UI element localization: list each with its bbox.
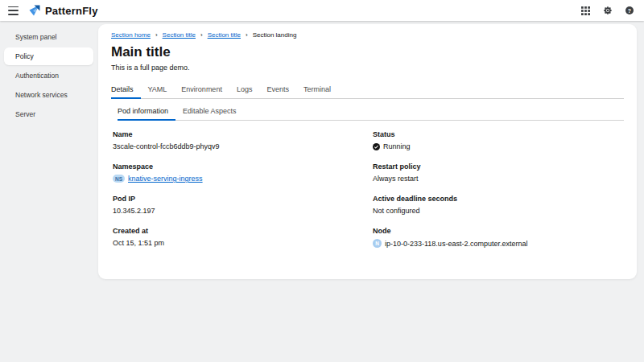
chevron-right-icon: › <box>200 32 203 39</box>
sidebar-item-system-panel[interactable]: System panel <box>4 28 93 46</box>
field-name: Name 3scale-control-fccb6ddb9-phyqv9 <box>113 130 373 150</box>
breadcrumb: Section home › Section title › Section t… <box>111 31 624 39</box>
field-label: Pod IP <box>113 195 373 203</box>
field-value: Always restart <box>373 175 624 183</box>
primary-tabs: Details YAML Environment Logs Events Ter… <box>111 82 624 99</box>
gear-icon[interactable] <box>602 6 613 16</box>
field-value: Oct 15, 1:51 pm <box>113 239 373 247</box>
field-label: Status <box>373 130 624 138</box>
tab-yaml[interactable]: YAML <box>141 82 175 98</box>
hamburger-menu-icon[interactable] <box>8 6 19 15</box>
sidebar-item-server[interactable]: Server <box>4 105 93 123</box>
chevron-right-icon: › <box>246 32 248 39</box>
page-title: Main title <box>111 44 624 60</box>
question-circle-icon[interactable]: ? <box>624 6 634 16</box>
field-active-deadline-seconds: Active deadline seconds Not configured <box>373 195 624 215</box>
field-value: Running <box>373 142 624 150</box>
tab-environment[interactable]: Environment <box>174 82 229 98</box>
breadcrumb-link-section-title-2[interactable]: Section title <box>208 31 241 39</box>
field-restart-policy: Restart policy Always restart <box>373 162 624 183</box>
page-subtitle: This is a full page demo. <box>111 64 624 72</box>
breadcrumb-link-section-title-1[interactable]: Section title <box>163 31 196 39</box>
breadcrumb-link-section-home[interactable]: Section home <box>111 31 151 39</box>
svg-text:?: ? <box>627 8 630 14</box>
status-text: Running <box>383 142 411 150</box>
field-label: Name <box>113 130 373 138</box>
secondary-tabs: Pod information Editable Aspects <box>118 104 624 121</box>
masthead: PatternFly ? <box>0 0 644 21</box>
field-namespace: Namespace NS knative-serving-ingress <box>113 162 373 183</box>
tab-details[interactable]: Details <box>111 82 141 98</box>
field-label: Restart policy <box>373 162 624 171</box>
namespace-badge: NS <box>113 175 125 183</box>
field-value: NS knative-serving-ingress <box>113 175 373 183</box>
subtab-editable-aspects[interactable]: Editable Aspects <box>175 104 244 120</box>
subtab-pod-information[interactable]: Pod information <box>118 104 175 120</box>
field-value: Not configured <box>373 207 624 215</box>
main-content: Section home › Section title › Section t… <box>97 21 644 362</box>
tab-events[interactable]: Events <box>259 82 296 98</box>
content-panel: Section home › Section title › Section t… <box>98 24 637 279</box>
patternfly-logo-icon <box>28 4 41 17</box>
description-column-left: Name 3scale-control-fccb6ddb9-phyqv9 Nam… <box>113 130 373 260</box>
sidebar-item-authentication[interactable]: Authentication <box>4 67 93 84</box>
field-created-at: Created at Oct 15, 1:51 pm <box>113 227 373 247</box>
description-column-right: Status Running Restart p <box>373 130 624 260</box>
grid-apps-icon[interactable] <box>580 6 591 16</box>
field-label: Created at <box>113 227 373 235</box>
field-value: N ip-10-0-233-118.us-east-2.computer.ext… <box>373 239 624 248</box>
field-value: 10.345.2.197 <box>113 207 373 215</box>
node-badge: N <box>373 239 382 248</box>
brand-logo[interactable]: PatternFly <box>28 4 98 17</box>
pod-description-list: Name 3scale-control-fccb6ddb9-phyqv9 Nam… <box>113 130 624 260</box>
node-text: ip-10-0-233-118.us-east-2.computer.exter… <box>385 240 527 248</box>
breadcrumb-current: Section landing <box>253 31 297 39</box>
field-pod-ip: Pod IP 10.345.2.197 <box>113 195 373 215</box>
chevron-right-icon: › <box>155 32 158 39</box>
namespace-link[interactable]: knative-serving-ingress <box>128 175 203 183</box>
brand-name: PatternFly <box>45 5 98 17</box>
check-circle-icon <box>373 143 380 150</box>
sidebar-nav: System panel Policy Authentication Netwo… <box>0 21 97 362</box>
sidebar-item-policy[interactable]: Policy <box>4 47 93 65</box>
field-node: Node N ip-10-0-233-118.us-east-2.compute… <box>373 227 624 248</box>
tab-terminal[interactable]: Terminal <box>296 82 338 98</box>
tab-logs[interactable]: Logs <box>229 82 260 98</box>
masthead-actions: ? <box>580 6 634 16</box>
sidebar-item-network-services[interactable]: Network services <box>4 86 93 104</box>
field-value: 3scale-control-fccb6ddb9-phyqv9 <box>113 142 373 150</box>
field-label: Node <box>373 227 624 235</box>
field-label: Namespace <box>113 162 373 171</box>
field-label: Active deadline seconds <box>373 195 624 203</box>
field-status: Status Running <box>373 130 624 150</box>
